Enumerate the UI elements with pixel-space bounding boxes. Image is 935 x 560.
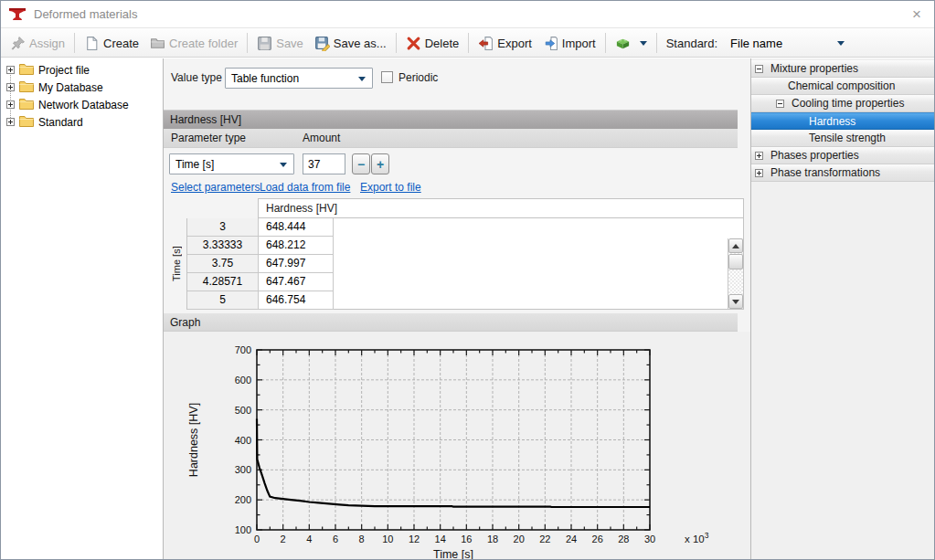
scrollbar-thumb[interactable] — [728, 254, 743, 269]
properties-item-tensile-strength[interactable]: Tensile strength — [751, 130, 934, 147]
tree-item-my-database[interactable]: My Database — [1, 79, 163, 96]
hardness-cell[interactable]: 648.212 — [259, 237, 334, 255]
graph-area: 0246810121416182022242628301002003004005… — [164, 332, 750, 560]
properties-item-label: Phase transformations — [770, 166, 880, 179]
svg-text:2: 2 — [281, 534, 286, 544]
brick-icon — [615, 36, 631, 51]
svg-text:22: 22 — [539, 534, 550, 544]
link-export-to-file[interactable]: Export to file — [360, 181, 421, 194]
toolbar-button-save-as[interactable]: Save as... — [309, 31, 392, 55]
toolbar-separator — [656, 33, 657, 53]
scroll-up-icon[interactable] — [728, 238, 743, 253]
time-cell[interactable]: 3.33333 — [187, 237, 259, 255]
toolbar-button-export[interactable]: Export — [473, 31, 537, 55]
table-row: 3.75647.997 — [187, 255, 743, 273]
properties-item-mixture-properties[interactable]: Mixture properties — [751, 60, 934, 78]
expand-icon[interactable] — [755, 152, 763, 160]
link-load-data-from-file[interactable]: Load data from file — [260, 181, 350, 194]
svg-text:100: 100 — [235, 524, 251, 535]
save-icon — [257, 36, 272, 51]
time-cell[interactable]: 4.28571 — [187, 273, 259, 291]
svg-text:20: 20 — [514, 534, 525, 544]
svg-text:Hardness [HV]: Hardness [HV] — [187, 403, 200, 477]
tree-item-label: My Database — [38, 81, 103, 94]
toolbar-button-import[interactable]: Import — [537, 31, 601, 55]
parameter-type-value: Time [s] — [175, 158, 214, 171]
parameter-type-select[interactable]: Time [s] — [169, 153, 294, 174]
properties-item-label: Tensile strength — [809, 132, 886, 144]
time-cell[interactable]: 3.75 — [187, 255, 259, 273]
toolbar-button-create-folder[interactable]: Create folder — [144, 31, 243, 55]
svg-text:16: 16 — [461, 534, 472, 544]
svg-text:4: 4 — [306, 534, 312, 544]
expand-icon[interactable] — [6, 83, 15, 91]
expand-icon[interactable] — [755, 169, 763, 177]
chevron-down-icon — [837, 41, 845, 46]
tree-item-label: Standard — [38, 116, 83, 129]
folder-icon — [19, 80, 34, 95]
svg-text:28: 28 — [618, 534, 629, 544]
toolbar-separator — [74, 33, 75, 53]
amount-label: Amount — [303, 132, 340, 144]
increment-button[interactable]: + — [371, 153, 389, 174]
properties-item-chemical-composition[interactable]: Chemical composition — [751, 78, 934, 95]
svg-text:300: 300 — [235, 464, 251, 475]
properties-item-cooling-time-properties[interactable]: Cooling time properties — [751, 95, 934, 112]
new-page-icon — [84, 36, 100, 51]
svg-text:26: 26 — [592, 534, 603, 544]
properties-item-label: Phases properties — [770, 149, 859, 162]
toolbar-button-label: Save — [276, 37, 303, 50]
hardness-cell[interactable]: 647.467 — [259, 273, 334, 291]
section-title: Hardness [HV] — [170, 113, 241, 126]
time-cell[interactable]: 5 — [187, 291, 259, 310]
toolbar-button-label: Assign — [29, 37, 65, 50]
svg-text:200: 200 — [235, 494, 251, 505]
chevron-down-icon — [640, 41, 647, 46]
hardness-graph: 0246810121416182022242628301002003004005… — [164, 332, 750, 560]
toolbar-button-assign[interactable]: Assign — [5, 31, 70, 55]
tree-item-project-file[interactable]: Project file — [1, 61, 163, 79]
properties-item-phase-transformations[interactable]: Phase transformations — [751, 164, 934, 182]
collapse-icon[interactable] — [776, 100, 784, 108]
time-cell[interactable]: 3 — [187, 218, 259, 237]
app-anvil-icon — [8, 6, 27, 23]
delete-icon — [406, 36, 421, 51]
scroll-down-icon[interactable] — [728, 294, 743, 309]
toolbar-button-label: Export — [497, 37, 532, 50]
properties-item-hardness[interactable]: Hardness — [751, 112, 934, 130]
toolbar-button-label: Delete — [425, 37, 460, 50]
table-row: 3648.444 — [187, 218, 743, 237]
svg-text:0: 0 — [254, 534, 260, 544]
tree-item-standard[interactable]: Standard — [1, 113, 163, 131]
svg-text:10: 10 — [382, 534, 393, 544]
svg-text:700: 700 — [235, 344, 251, 355]
hardness-cell[interactable]: 647.997 — [259, 255, 334, 273]
standard-file-name-select[interactable]: File name — [725, 35, 850, 52]
expand-icon[interactable] — [6, 66, 15, 74]
hardness-cell[interactable]: 648.444 — [259, 218, 334, 237]
collapse-icon[interactable] — [755, 65, 763, 73]
decrement-button[interactable]: − — [352, 153, 370, 174]
tree-item-network-database[interactable]: Network Database — [1, 96, 163, 113]
amount-input[interactable] — [303, 153, 345, 174]
table-row: 3.33333648.212 — [187, 237, 743, 255]
data-table: Time [s] Hardness [HV] 3648.4443.3333364… — [186, 198, 744, 310]
table-row: 4.28571647.467 — [187, 273, 743, 291]
editor-panel: Value type Table function Periodic Hardn… — [164, 58, 750, 559]
svg-text:12: 12 — [409, 534, 420, 544]
value-type-select[interactable]: Table function — [225, 68, 373, 89]
periodic-checkbox[interactable] — [381, 71, 393, 83]
section-header-graph: Graph — [164, 313, 738, 332]
link-select-parameters[interactable]: Select parameters — [171, 181, 260, 194]
toolbar-button-create[interactable]: Create — [79, 31, 144, 55]
toolbar-button-delete[interactable]: Delete — [400, 31, 465, 55]
expand-icon[interactable] — [6, 100, 15, 109]
properties-item-phases-properties[interactable]: Phases properties — [751, 147, 934, 164]
toolbar-button-save[interactable]: Save — [251, 31, 309, 55]
table-rows-area: 3648.4443.33333648.2123.75647.9974.28571… — [186, 218, 744, 310]
hardness-cell[interactable]: 646.754 — [259, 291, 334, 310]
close-icon[interactable]: × — [907, 5, 927, 25]
expand-icon[interactable] — [6, 118, 15, 126]
table-scrollbar[interactable] — [728, 238, 743, 309]
toolbar-button-brick[interactable] — [610, 31, 653, 55]
